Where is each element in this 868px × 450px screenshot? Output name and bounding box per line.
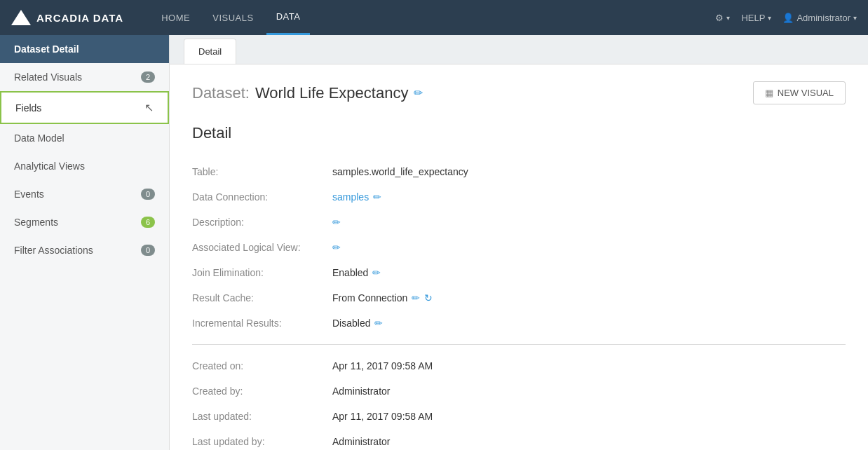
result-cache-edit-icon[interactable]: ✏ (412, 292, 420, 304)
user-icon: 👤 (782, 13, 794, 23)
last-updated-by-value: Administrator (332, 436, 846, 447)
related-visuals-badge: 2 (141, 71, 155, 83)
created-by-value: Administrator (332, 386, 846, 397)
sidebar: Dataset Detail Related Visuals 2 Fields … (0, 35, 170, 450)
layout: Dataset Detail Related Visuals 2 Fields … (0, 35, 868, 450)
events-badge: 0 (141, 189, 155, 200)
fields-label: Fields (15, 102, 142, 114)
last-updated-by-row: Last updated by: Administrator (192, 429, 846, 450)
segments-badge: 6 (141, 217, 155, 228)
result-cache-label: Result Cache: (192, 285, 332, 311)
dataset-header: Dataset: World Life Expectancy ✏ NEW VIS… (192, 81, 846, 104)
help-menu[interactable]: HELP (741, 13, 771, 23)
incremental-results-text: Disabled (332, 318, 370, 329)
dataset-name: World Life Expectancy (255, 84, 408, 102)
result-cache-row: Result Cache: From Connection ✏ ↻ (192, 285, 846, 311)
filter-associations-badge: 0 (141, 245, 155, 256)
data-connection-label: Data Connection: (192, 184, 332, 210)
sidebar-header: Dataset Detail (0, 35, 169, 63)
logical-view-label: Associated Logical View: (192, 235, 332, 260)
last-updated-row: Last updated: Apr 11, 2017 09:58 AM (192, 404, 846, 429)
logical-view-edit-icon[interactable]: ✏ (332, 242, 341, 253)
created-on-label: Created on: (192, 353, 332, 379)
created-by-label: Created by: (192, 379, 332, 404)
cursor-icon: ↖ (144, 101, 154, 114)
last-updated-text: Apr 11, 2017 09:58 AM (332, 411, 433, 422)
section-divider (192, 344, 846, 345)
data-connection-value: samples ✏ (332, 191, 846, 203)
sidebar-item-related-visuals[interactable]: Related Visuals 2 (0, 63, 169, 91)
join-elimination-value: Enabled ✏ (332, 267, 846, 278)
related-visuals-label: Related Visuals (14, 71, 141, 83)
sidebar-item-analytical-views[interactable]: Analytical Views (0, 152, 169, 180)
nav-right: ⚙ HELP 👤 Administrator (715, 13, 857, 23)
join-elimination-edit-icon[interactable]: ✏ (372, 267, 381, 278)
created-on-value: Apr 11, 2017 09:58 AM (332, 360, 846, 371)
nav-visuals[interactable]: VISUALS (203, 0, 263, 35)
logo-text: ARCADIA DATA (36, 12, 123, 24)
data-connection-link[interactable]: samples (332, 191, 369, 203)
tab-detail[interactable]: Detail (184, 39, 236, 64)
result-cache-text: From Connection (332, 292, 407, 304)
events-label: Events (14, 189, 141, 200)
meta-table: Created on: Apr 11, 2017 09:58 AM Create… (192, 353, 846, 450)
data-connection-row: Data Connection: samples ✏ (192, 184, 846, 210)
content-area: Dataset: World Life Expectancy ✏ NEW VIS… (170, 64, 868, 450)
last-updated-by-label: Last updated by: (192, 429, 332, 450)
table-value: samples.world_life_expectancy (332, 166, 846, 177)
settings-menu[interactable]: ⚙ (715, 13, 730, 23)
sidebar-item-filter-associations[interactable]: Filter Associations 0 (0, 236, 169, 264)
created-by-text: Administrator (332, 386, 390, 397)
help-label: HELP (741, 13, 765, 23)
bar-chart-icon (765, 88, 773, 98)
filter-associations-label: Filter Associations (14, 245, 141, 256)
table-value-text: samples.world_life_expectancy (332, 166, 468, 177)
table-row: Table: samples.world_life_expectancy (192, 159, 846, 184)
logical-view-value: ✏ (332, 242, 846, 253)
incremental-results-label: Incremental Results: (192, 311, 332, 336)
result-cache-value: From Connection ✏ ↻ (332, 292, 846, 304)
last-updated-label: Last updated: (192, 404, 332, 429)
table-label: Table: (192, 159, 332, 184)
dataset-label: Dataset: (192, 84, 250, 102)
segments-label: Segments (14, 217, 141, 228)
created-on-row: Created on: Apr 11, 2017 09:58 AM (192, 353, 846, 379)
data-connection-edit-icon[interactable]: ✏ (373, 191, 381, 203)
data-model-label: Data Model (14, 132, 155, 144)
sidebar-item-segments[interactable]: Segments 6 (0, 208, 169, 236)
top-nav: ARCADIA DATA HOME VISUALS DATA ⚙ HELP 👤 … (0, 0, 868, 35)
last-updated-by-text: Administrator (332, 436, 390, 447)
logical-view-row: Associated Logical View: ✏ (192, 235, 846, 260)
result-cache-refresh-icon[interactable]: ↻ (424, 292, 433, 304)
logo-triangle-icon (11, 10, 31, 25)
new-visual-label: NEW VISUAL (778, 88, 834, 98)
incremental-results-row: Incremental Results: Disabled ✏ (192, 311, 846, 336)
sidebar-item-events[interactable]: Events 0 (0, 180, 169, 208)
dataset-name-edit-icon[interactable]: ✏ (414, 86, 423, 100)
description-value: ✏ (332, 217, 846, 228)
admin-label: Administrator (796, 13, 850, 23)
sidebar-header-label: Dataset Detail (14, 43, 79, 55)
analytical-views-label: Analytical Views (14, 161, 155, 172)
incremental-results-value: Disabled ✏ (332, 318, 846, 329)
logo: ARCADIA DATA (11, 10, 123, 25)
description-edit-icon[interactable]: ✏ (332, 217, 341, 228)
new-visual-button[interactable]: NEW VISUAL (753, 81, 846, 104)
description-label: Description: (192, 210, 332, 235)
description-row: Description: ✏ (192, 210, 846, 235)
sidebar-item-fields[interactable]: Fields ↖ (0, 91, 169, 124)
join-elimination-text: Enabled (332, 267, 368, 278)
detail-section-title: Detail (192, 124, 846, 145)
join-elimination-row: Join Elimination: Enabled ✏ (192, 260, 846, 285)
sidebar-item-data-model[interactable]: Data Model (0, 124, 169, 152)
created-on-text: Apr 11, 2017 09:58 AM (332, 360, 433, 371)
detail-table: Table: samples.world_life_expectancy Dat… (192, 159, 846, 336)
join-elimination-label: Join Elimination: (192, 260, 332, 285)
admin-menu[interactable]: 👤 Administrator (782, 13, 857, 23)
main-content: Detail Dataset: World Life Expectancy ✏ … (170, 35, 868, 450)
last-updated-value: Apr 11, 2017 09:58 AM (332, 411, 846, 422)
incremental-results-edit-icon[interactable]: ✏ (374, 318, 383, 329)
nav-items: HOME VISUALS DATA (151, 0, 715, 35)
nav-home[interactable]: HOME (151, 0, 200, 35)
nav-data[interactable]: DATA (266, 0, 311, 35)
